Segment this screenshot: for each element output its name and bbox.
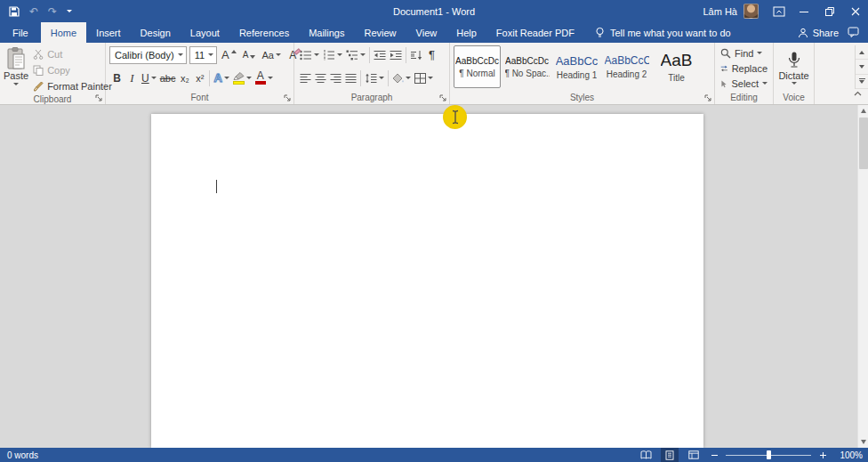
strikethrough-glyph: abc <box>160 73 176 84</box>
cut-button[interactable]: Cut <box>30 47 115 61</box>
font-dialog-launcher[interactable] <box>283 93 291 101</box>
paragraph-dialog-launcher[interactable] <box>438 93 446 101</box>
tab-insert[interactable]: Insert <box>86 22 131 43</box>
tab-help[interactable]: Help <box>446 22 486 43</box>
cut-icon <box>33 49 44 60</box>
chevron-down-icon <box>337 53 342 56</box>
tab-mailings[interactable]: Mailings <box>299 22 354 43</box>
style-name: Title <box>668 73 685 83</box>
subscript-button[interactable]: x₂ <box>177 69 192 87</box>
document-page[interactable] <box>151 114 703 448</box>
tell-me-search[interactable]: Tell me what you want to do <box>595 22 731 43</box>
account-name[interactable]: Lâm Hà <box>703 6 737 17</box>
paste-button[interactable]: Paste <box>4 45 28 93</box>
restore-button[interactable] <box>816 0 842 22</box>
user-avatar[interactable] <box>743 4 759 19</box>
shading-button[interactable] <box>390 69 413 87</box>
align-right-button[interactable] <box>328 69 343 87</box>
minimize-button[interactable] <box>791 0 816 22</box>
chevron-down-icon <box>360 53 366 56</box>
style-title[interactable]: AaB Title <box>653 45 700 88</box>
grow-font-button[interactable]: A <box>220 45 238 64</box>
font-family-combobox[interactable]: Calibri (Body) <box>109 46 187 64</box>
line-spacing-button[interactable] <box>363 69 386 87</box>
copy-icon <box>33 65 44 76</box>
tab-file[interactable]: File <box>0 22 41 43</box>
caret-down-icon <box>859 65 864 69</box>
style-no-spacing[interactable]: AaBbCcDc ¶ No Spac... <box>503 45 551 88</box>
format-painter-button[interactable]: Format Painter <box>30 79 115 93</box>
align-right-icon <box>330 73 342 84</box>
read-mode-button[interactable] <box>637 448 655 462</box>
bold-button[interactable]: B <box>109 69 125 87</box>
feedback-button[interactable] <box>848 27 859 39</box>
close-button[interactable] <box>842 0 868 22</box>
zoom-slider[interactable] <box>726 450 811 460</box>
undo-button[interactable]: ↶ <box>29 6 38 17</box>
clipboard-dialog-launcher[interactable] <box>94 93 102 101</box>
align-left-button[interactable] <box>298 69 313 87</box>
tab-references[interactable]: References <box>229 22 299 43</box>
style-heading-1[interactable]: AaBbCc Heading 1 <box>553 45 600 88</box>
scroll-down-button[interactable] <box>858 436 868 448</box>
show-paragraph-marks-button[interactable]: ¶ <box>424 45 439 64</box>
vertical-scrollbar[interactable] <box>857 105 868 448</box>
font-color-button[interactable]: A <box>253 69 275 87</box>
shrink-font-button[interactable]: A <box>241 45 258 64</box>
ribbon-group-paragraph: ¶ <box>294 43 450 104</box>
select-button[interactable]: Select <box>719 77 769 90</box>
style-heading-2[interactable]: AaBbCcC Heading 2 <box>603 45 650 88</box>
collapse-ribbon-button[interactable] <box>854 84 862 100</box>
align-center-button[interactable] <box>313 69 328 87</box>
text-effects-button[interactable]: A <box>212 69 230 87</box>
titlebar: ↶ ↷ Document1 - Word Lâm Hà <box>0 0 868 22</box>
underline-button[interactable]: U <box>140 69 158 87</box>
text-caret <box>216 180 217 193</box>
strikethrough-button[interactable]: abc <box>158 69 178 87</box>
ribbon-display-options-button[interactable] <box>768 0 791 22</box>
zoom-out-button[interactable] <box>709 450 719 460</box>
zoom-level[interactable]: 100% <box>834 450 863 460</box>
borders-button[interactable] <box>413 69 435 87</box>
font-size-combobox[interactable]: 11 <box>189 46 217 64</box>
web-layout-button[interactable] <box>685 448 703 462</box>
styles-scroll-down-button[interactable] <box>856 60 868 74</box>
find-button[interactable]: Find <box>719 46 769 60</box>
tab-layout[interactable]: Layout <box>181 22 229 43</box>
customize-qat-button[interactable] <box>67 10 72 12</box>
web-layout-icon <box>688 450 699 459</box>
superscript-button[interactable]: x² <box>192 69 207 87</box>
styles-dialog-launcher[interactable] <box>703 93 711 101</box>
redo-button[interactable]: ↷ <box>48 6 57 17</box>
multilevel-list-button[interactable] <box>344 45 367 64</box>
italic-button[interactable]: I <box>125 69 140 87</box>
decrease-indent-button[interactable] <box>372 45 388 64</box>
justify-button[interactable] <box>343 69 358 87</box>
text-highlight-color-button[interactable] <box>231 69 253 87</box>
share-button[interactable]: Share <box>798 28 839 38</box>
word-count[interactable]: 0 words <box>7 450 38 460</box>
zoom-in-button[interactable] <box>817 450 828 460</box>
copy-button[interactable]: Copy <box>30 63 115 77</box>
dictate-button[interactable]: Dictate <box>778 52 808 85</box>
style-normal[interactable]: AaBbCcDc ¶ Normal <box>454 45 501 88</box>
tab-design[interactable]: Design <box>131 22 181 43</box>
save-button[interactable] <box>9 6 20 17</box>
sort-button[interactable] <box>408 45 424 64</box>
increase-indent-button[interactable] <box>388 45 404 64</box>
zoom-slider-thumb[interactable] <box>767 450 771 459</box>
print-layout-button[interactable] <box>661 448 679 462</box>
underline-glyph: U <box>141 72 149 85</box>
bullets-button[interactable] <box>298 45 321 64</box>
styles-scroll-up-button[interactable] <box>856 45 868 60</box>
tab-foxit-reader-pdf[interactable]: Foxit Reader PDF <box>486 22 584 43</box>
tab-home[interactable]: Home <box>41 22 86 43</box>
scrollbar-thumb[interactable] <box>859 118 868 169</box>
tab-view[interactable]: View <box>406 22 447 43</box>
scroll-up-button[interactable] <box>858 105 868 117</box>
numbering-button[interactable] <box>321 45 344 64</box>
tab-review[interactable]: Review <box>355 22 406 43</box>
change-case-button[interactable]: Aa <box>260 45 282 64</box>
mouse-cursor-highlight <box>443 105 467 129</box>
replace-button[interactable]: Replace <box>719 61 769 75</box>
